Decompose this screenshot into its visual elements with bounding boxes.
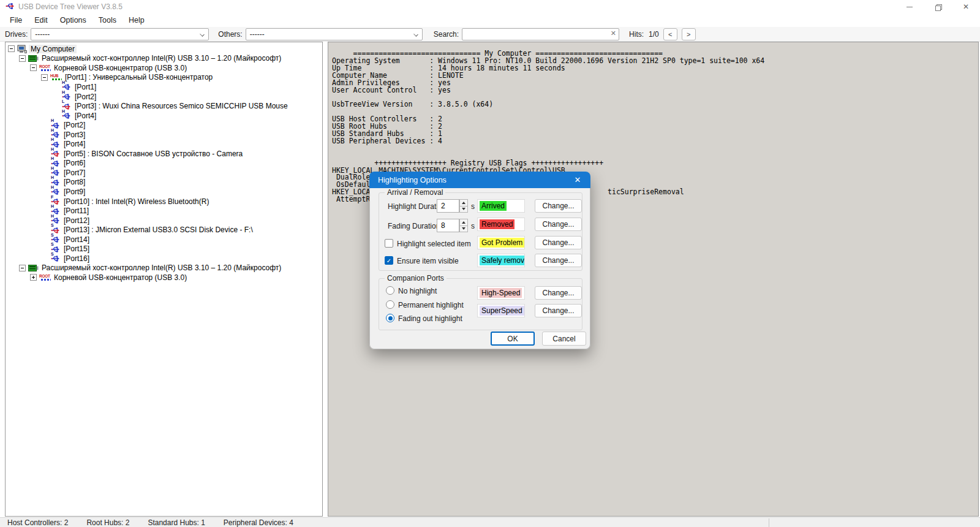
safely-removed-sample: Safely removed <box>477 254 525 267</box>
collapse-toggle-icon[interactable] <box>30 64 37 71</box>
status-host-controllers: Host Controllers: 2 <box>7 518 68 527</box>
dialog-body: Arrival / Removal Highlight Duration: 2 … <box>369 188 590 349</box>
status-peripheral-devices: Peripheral Devices: 4 <box>224 518 293 527</box>
statusbar-divider <box>769 518 769 527</box>
usb-hub-icon: HUB <box>50 73 63 82</box>
superspeed-sample: SuperSpeed <box>477 304 525 317</box>
tree-item-label: My Computer <box>29 45 77 53</box>
collapse-toggle-icon[interactable] <box>8 45 15 52</box>
usb-port-icon: S <box>50 254 62 263</box>
search-next-button[interactable]: > <box>682 28 696 40</box>
companion-ports-group-label: Companion Ports <box>385 274 447 282</box>
highlight-duration-input[interactable]: 2 <box>437 199 459 213</box>
tree-item-label: [Port3] <box>62 131 87 139</box>
tree-item[interactable]: ROOT Корневой USB-концентратор (USB 3.0) <box>6 63 322 73</box>
change-got-problem-button[interactable]: Change... <box>535 236 582 249</box>
port-speed-letter: H <box>51 156 54 161</box>
others-value: ------ <box>250 30 265 39</box>
high-speed-sample: High-Speed <box>477 286 525 300</box>
others-combobox[interactable]: ------ <box>246 28 423 40</box>
restore-button[interactable] <box>924 0 952 13</box>
tree-item-label: [Port2] <box>73 93 98 101</box>
tree-item[interactable]: H [Port1] <box>6 82 322 92</box>
port-speed-letter: L <box>62 99 64 104</box>
tree-item[interactable]: Расширяемый хост-контроллер Intel(R) USB… <box>6 264 322 273</box>
fading-out-highlight-label[interactable]: Fading out highlight <box>398 314 462 323</box>
collapse-toggle-icon[interactable] <box>19 265 26 271</box>
change-arrived-button[interactable]: Change... <box>535 199 582 213</box>
ok-button[interactable]: OK <box>491 332 535 346</box>
dialog-title: Highlighting Options <box>378 176 447 184</box>
hits-value: 1/0 <box>649 30 659 39</box>
highlight-duration-stepper[interactable] <box>459 199 468 213</box>
ensure-visible-label[interactable]: Ensure item visible <box>397 257 459 265</box>
tree-item-label: [Port3] : Wuxi China Resources Semico SE… <box>73 102 290 110</box>
drives-value: ------ <box>35 30 50 39</box>
spin-down-icon[interactable] <box>459 226 468 233</box>
superspeed-sample-chip: SuperSpeed <box>480 306 524 316</box>
tree-item[interactable]: S [Port16] <box>6 254 322 264</box>
high-speed-sample-chip: High-Speed <box>480 288 522 298</box>
fading-out-highlight-radio[interactable] <box>386 314 394 322</box>
removed-sample: Removed <box>477 218 525 231</box>
highlighting-options-dialog: Highlighting Options ✕ Arrival / Removal… <box>369 172 590 349</box>
dialog-titlebar[interactable]: Highlighting Options ✕ <box>369 172 590 188</box>
tree-item[interactable]: HUB [Port1] : Универсальный USB-концентр… <box>6 73 322 83</box>
tree-item-label: [Port11] <box>62 207 91 215</box>
fading-duration-stepper[interactable] <box>459 219 468 232</box>
permanent-highlight-radio[interactable] <box>386 300 394 309</box>
tree-item-label: [Port2] <box>62 121 87 129</box>
menu-help[interactable]: Help <box>123 15 151 26</box>
statusbar: Host Controllers: 2 Root Hubs: 2 Standar… <box>0 517 980 527</box>
minimize-button[interactable] <box>895 0 924 13</box>
menu-file[interactable]: File <box>4 15 28 26</box>
tree-item-label: [Port12] <box>62 216 91 225</box>
search-input[interactable] <box>462 28 619 40</box>
tree-item-label: [Port14] <box>62 235 91 244</box>
arrived-sample-chip: Arrived <box>480 201 507 211</box>
drives-combobox[interactable]: ------ <box>31 28 209 40</box>
highlight-selected-label[interactable]: Highlight selected item <box>397 240 471 248</box>
ensure-visible-checkbox[interactable]: ✓ <box>385 256 393 265</box>
change-superspeed-button[interactable]: Change... <box>535 304 582 317</box>
toolbar: Drives: ------ Others: ------ Search: ✕ … <box>0 27 980 42</box>
expand-toggle-icon[interactable] <box>30 274 37 281</box>
change-removed-button[interactable]: Change... <box>535 218 582 231</box>
search-label: Search: <box>434 30 459 39</box>
fading-duration-input[interactable]: 8 <box>437 219 459 232</box>
permanent-highlight-label[interactable]: Permanent highlight <box>398 301 464 309</box>
collapse-toggle-icon[interactable] <box>41 74 48 81</box>
tree-item[interactable]: Расширяемый хост-контроллер Intel(R) USB… <box>6 54 322 64</box>
port-speed-letter: S <box>51 252 54 256</box>
menu-options[interactable]: Options <box>54 15 92 26</box>
no-highlight-radio[interactable] <box>386 286 394 295</box>
port-speed-letter: H <box>51 128 54 132</box>
tree-item[interactable]: My Computer <box>6 44 322 54</box>
close-button[interactable]: ✕ <box>952 0 980 13</box>
device-tree[interactable]: My Computer Расширяемый хост-контроллер … <box>5 42 323 517</box>
spin-up-icon[interactable] <box>459 199 468 206</box>
status-root-hubs: Root Hubs: 2 <box>86 518 129 527</box>
change-high-speed-button[interactable]: Change... <box>535 286 582 300</box>
tree-item[interactable]: H [Port2] <box>6 92 322 102</box>
search-prev-button[interactable]: < <box>663 28 677 40</box>
dialog-close-button[interactable]: ✕ <box>565 172 590 188</box>
change-safely-removed-button[interactable]: Change... <box>535 254 582 267</box>
tree-item[interactable]: ROOT Корневой USB-концентратор (USB 3.0) <box>6 273 322 282</box>
port-speed-letter: H <box>62 80 65 85</box>
tree-item-label: [Port5] : BISON Составное USB устройство… <box>62 150 244 158</box>
menu-tools[interactable]: Tools <box>92 15 123 26</box>
cancel-button[interactable]: Cancel <box>542 332 586 346</box>
highlight-selected-checkbox[interactable] <box>385 239 393 248</box>
no-highlight-label[interactable]: No highlight <box>398 287 437 295</box>
spin-up-icon[interactable] <box>459 219 468 226</box>
tree-item[interactable]: L [Port3] : Wuxi China Resources Semico … <box>6 101 322 111</box>
status-standard-hubs: Standard Hubs: 1 <box>148 518 205 527</box>
spin-down-icon[interactable] <box>459 206 468 213</box>
clear-search-icon[interactable]: ✕ <box>611 29 616 37</box>
collapse-toggle-icon[interactable] <box>19 55 26 62</box>
tree-item-label: [Port1] <box>73 83 98 91</box>
root-hub-icon: ROOT <box>39 64 52 72</box>
tree-item-label: [Port13] : JMicron External USB3.0 SCSI … <box>62 226 255 234</box>
menu-edit[interactable]: Edit <box>28 15 54 26</box>
